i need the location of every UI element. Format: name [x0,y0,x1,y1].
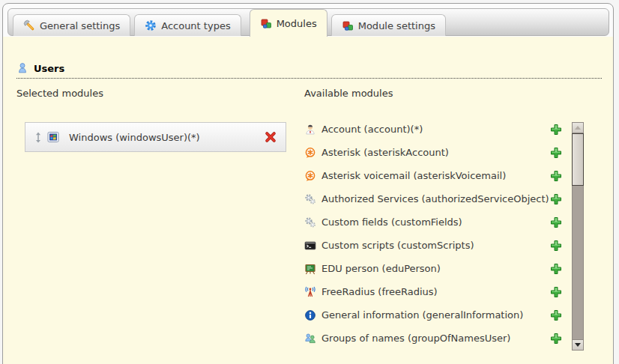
available-module-row: General information (generalInformation) [304,303,562,327]
account-icon [304,124,316,136]
remove-module-button[interactable] [265,131,277,143]
available-module-row: Custom fields (customFields) [304,210,562,234]
available-module-row: Account (account)(*) [304,118,562,141]
modules-icon [260,17,272,29]
available-module-row: Asterisk (asteriskAccount) [304,141,562,164]
add-module-button[interactable] [550,124,562,136]
available-module-row: Asterisk voicemail (asteriskVoicemail) [304,164,562,187]
tab-bar: General settingsAccount typesModulesModu… [7,8,609,36]
tab-label: Module settings [358,20,435,31]
tab-modules[interactable]: Modules [250,9,327,37]
available-module-name: Authorized Services (authorizedServiceOb… [321,193,550,204]
radius-icon [304,286,316,298]
add-module-button[interactable] [550,193,562,205]
tab-module-settings[interactable]: Module settings [331,14,446,36]
add-module-button[interactable] [550,333,562,345]
available-module-name: Custom fields (customFields) [321,216,550,228]
settings-window: General settingsAccount typesModulesModu… [2,3,614,364]
add-module-button[interactable] [550,170,562,182]
available-module-name: General information (generalInformation) [321,309,550,321]
available-module-row: EDU person (eduPerson) [304,257,562,280]
add-module-button[interactable] [550,309,562,321]
edu-icon [304,263,316,275]
section-title: Users [34,63,64,74]
tab-general-settings[interactable]: General settings [13,14,130,36]
asterisk-icon [304,147,316,159]
services-icon [304,193,316,205]
add-module-button[interactable] [550,216,562,228]
available-modules-label: Available modules [304,88,393,99]
scrollbar-thumb[interactable] [572,133,584,186]
available-modules-list: Account (account)(*)Asterisk (asteriskAc… [304,118,562,350]
available-module-row: FreeRadius (freeRadius) [304,280,562,303]
available-module-name: Asterisk voicemail (asteriskVoicemail) [321,170,550,181]
add-module-button[interactable] [550,263,562,275]
group-icon [304,333,316,345]
terminal-icon [304,240,316,252]
wrench-icon [23,19,35,31]
scroll-down-button[interactable] [572,339,584,351]
windows-icon [47,131,59,143]
modules-icon [342,19,354,31]
drag-handle-icon[interactable] [34,132,42,143]
tab-label: General settings [40,20,120,31]
selected-module-name: Windows (windowsUser)(*) [69,132,200,143]
selected-module-row: Windows (windowsUser)(*) [25,122,286,152]
available-module-name: Asterisk (asteriskAccount) [321,147,550,158]
users-icon [16,62,28,74]
available-module-name: Groups of names (groupOfNamesUser) [321,333,550,344]
tab-account-types[interactable]: Account types [134,14,241,36]
tab-label: Account types [161,20,230,31]
scroll-down-icon [575,343,581,347]
available-module-name: Account (account)(*) [321,124,550,135]
asterisk-icon [304,170,316,182]
available-module-row: Authorized Services (authorizedServiceOb… [304,187,562,210]
users-section-header: Users [16,62,602,79]
tab-label: Modules [277,18,317,29]
selected-modules-label: Selected modules [16,88,103,99]
services-icon [304,216,316,228]
add-module-button[interactable] [550,147,562,159]
available-modules-scrollbar[interactable] [572,122,584,351]
gear-icon [145,19,157,31]
scroll-up-icon [575,126,581,130]
available-module-name: Custom scripts (customScripts) [321,240,550,251]
add-module-button[interactable] [550,286,562,298]
info-icon [304,309,316,321]
scroll-up-button[interactable] [572,122,584,133]
available-module-row: Groups of names (groupOfNamesUser) [304,327,562,350]
selected-modules-list: Windows (windowsUser)(*) [25,122,286,152]
available-module-name: FreeRadius (freeRadius) [321,286,550,297]
available-module-row: Custom scripts (customScripts) [304,234,562,257]
add-module-button[interactable] [550,240,562,252]
available-module-name: EDU person (eduPerson) [321,263,550,274]
